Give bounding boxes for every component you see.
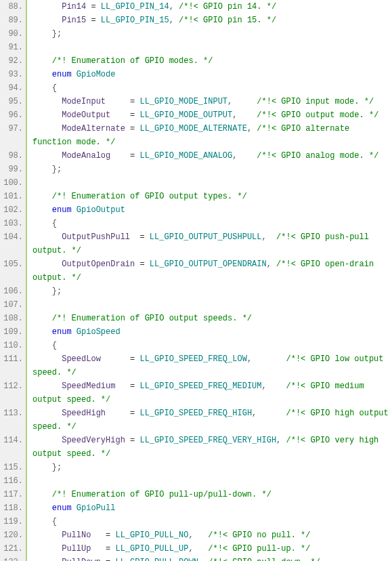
line-number: 102. xyxy=(0,203,26,217)
code-line: 116. xyxy=(0,474,392,488)
line-content[interactable]: { xyxy=(26,81,392,95)
line-number: 109. xyxy=(0,325,26,339)
line-content[interactable]: /*! Enumeration of GPIO pull-up/pull-dow… xyxy=(26,488,392,501)
line-number: 99. xyxy=(0,163,26,176)
code-line: 119. { xyxy=(0,515,392,528)
line-content[interactable] xyxy=(26,474,392,488)
code-line: 108. /*! Enumeration of GPIO output spee… xyxy=(0,312,392,325)
line-number: 90. xyxy=(0,27,26,41)
code-line: 115. }; xyxy=(0,461,392,474)
line-content[interactable]: enum GpioMode xyxy=(26,68,392,81)
line-number: 92. xyxy=(0,54,26,68)
line-content[interactable]: ModeInput = LL_GPIO_MODE_INPUT, /*!< GPI… xyxy=(26,95,392,108)
line-content[interactable]: PullUp = LL_GPIO_PULL_UP, /*!< GPIO pull… xyxy=(26,542,392,556)
line-content[interactable]: PullNo = LL_GPIO_PULL_NO, /*!< GPIO no p… xyxy=(26,528,392,542)
code-line: 120. PullNo = LL_GPIO_PULL_NO, /*!< GPIO… xyxy=(0,528,392,542)
code-line: 91. xyxy=(0,41,392,54)
code-line: 105. OutputOpenDrain = LL_GPIO_OUTPUT_OP… xyxy=(0,257,392,285)
line-content[interactable] xyxy=(26,176,392,190)
line-number: 118. xyxy=(0,501,26,515)
line-number: 121. xyxy=(0,542,26,556)
line-number: 112. xyxy=(0,379,26,407)
line-number: 89. xyxy=(0,14,26,27)
line-number: 98. xyxy=(0,149,26,163)
code-line: 110. { xyxy=(0,339,392,352)
line-number: 91. xyxy=(0,41,26,54)
line-content[interactable]: { xyxy=(26,339,392,352)
code-line: 118. enum GpioPull xyxy=(0,501,392,515)
line-number: 108. xyxy=(0,312,26,325)
code-line: 99. }; xyxy=(0,163,392,176)
line-content[interactable]: ModeOutput = LL_GPIO_MODE_OUTPUT, /*!< G… xyxy=(26,108,392,122)
line-content[interactable]: /*! Enumeration of GPIO modes. */ xyxy=(26,54,392,68)
line-content[interactable]: enum GpioOutput xyxy=(26,203,392,217)
code-line: 92. /*! Enumeration of GPIO modes. */ xyxy=(0,54,392,68)
line-number: 111. xyxy=(0,352,26,379)
code-line: 114. SpeedVeryHigh = LL_GPIO_SPEED_FREQ_… xyxy=(0,434,392,461)
line-content[interactable]: enum GpioSpeed xyxy=(26,325,392,339)
line-number: 103. xyxy=(0,217,26,230)
line-number: 117. xyxy=(0,488,26,501)
line-number: 96. xyxy=(0,108,26,122)
line-content[interactable]: OutputPushPull = LL_GPIO_OUTPUT_PUSHPULL… xyxy=(26,230,392,257)
line-number: 116. xyxy=(0,474,26,488)
code-line: 106. }; xyxy=(0,285,392,298)
code-line: 101. /*! Enumeration of GPIO output type… xyxy=(0,190,392,203)
line-content[interactable]: /*! Enumeration of GPIO output speeds. *… xyxy=(26,312,392,325)
code-line: 117. /*! Enumeration of GPIO pull-up/pul… xyxy=(0,488,392,501)
code-line: 93. enum GpioMode xyxy=(0,68,392,81)
line-content[interactable]: }; xyxy=(26,27,392,41)
code-line: 104. OutputPushPull = LL_GPIO_OUTPUT_PUS… xyxy=(0,230,392,257)
code-line: 98. ModeAnalog = LL_GPIO_MODE_ANALOG, /*… xyxy=(0,149,392,163)
code-line: 122. PullDown = LL_GPIO_PULL_DOWN, /*!< … xyxy=(0,556,392,561)
line-number: 104. xyxy=(0,230,26,257)
line-number: 106. xyxy=(0,285,26,298)
code-line: 109. enum GpioSpeed xyxy=(0,325,392,339)
code-line: 107. xyxy=(0,298,392,312)
line-content[interactable]: ModeAnalog = LL_GPIO_MODE_ANALOG, /*!< G… xyxy=(26,149,392,163)
code-line: 121. PullUp = LL_GPIO_PULL_UP, /*!< GPIO… xyxy=(0,542,392,556)
line-content[interactable]: Pin15 = LL_GPIO_PIN_15, /*!< GPIO pin 15… xyxy=(26,14,392,27)
line-number: 119. xyxy=(0,515,26,528)
line-number: 114. xyxy=(0,434,26,461)
line-number: 113. xyxy=(0,407,26,434)
line-number: 100. xyxy=(0,176,26,190)
code-line: 96. ModeOutput = LL_GPIO_MODE_OUTPUT, /*… xyxy=(0,108,392,122)
line-number: 97. xyxy=(0,122,26,149)
line-content[interactable]: SpeedLow = LL_GPIO_SPEED_FREQ_LOW, /*!< … xyxy=(26,352,392,379)
line-number: 107. xyxy=(0,298,26,312)
code-listing: 88. Pin14 = LL_GPIO_PIN_14, /*!< GPIO pi… xyxy=(0,0,392,561)
code-line: 94. { xyxy=(0,81,392,95)
line-number: 110. xyxy=(0,339,26,352)
code-line: 100. xyxy=(0,176,392,190)
code-line: 112. SpeedMedium = LL_GPIO_SPEED_FREQ_ME… xyxy=(0,379,392,407)
line-content[interactable] xyxy=(26,41,392,54)
line-content[interactable]: }; xyxy=(26,461,392,474)
line-content[interactable]: ModeAlternate = LL_GPIO_MODE_ALTERNATE, … xyxy=(26,122,392,149)
line-content[interactable]: enum GpioPull xyxy=(26,501,392,515)
line-content[interactable]: { xyxy=(26,515,392,528)
line-number: 120. xyxy=(0,528,26,542)
line-content[interactable]: Pin14 = LL_GPIO_PIN_14, /*!< GPIO pin 14… xyxy=(26,0,392,14)
line-content[interactable]: }; xyxy=(26,163,392,176)
code-line: 97. ModeAlternate = LL_GPIO_MODE_ALTERNA… xyxy=(0,122,392,149)
code-line: 113. SpeedHigh = LL_GPIO_SPEED_FREQ_HIGH… xyxy=(0,407,392,434)
line-content[interactable]: SpeedHigh = LL_GPIO_SPEED_FREQ_HIGH, /*!… xyxy=(26,407,392,434)
line-content[interactable] xyxy=(26,298,392,312)
line-content[interactable]: /*! Enumeration of GPIO output types. */ xyxy=(26,190,392,203)
line-number: 94. xyxy=(0,81,26,95)
line-number: 105. xyxy=(0,257,26,285)
line-content[interactable]: OutputOpenDrain = LL_GPIO_OUTPUT_OPENDRA… xyxy=(26,257,392,285)
line-content[interactable]: }; xyxy=(26,285,392,298)
line-number: 95. xyxy=(0,95,26,108)
code-line: 89. Pin15 = LL_GPIO_PIN_15, /*!< GPIO pi… xyxy=(0,14,392,27)
line-content[interactable]: PullDown = LL_GPIO_PULL_DOWN, /*!< GPIO … xyxy=(26,556,392,561)
line-content[interactable]: { xyxy=(26,217,392,230)
line-number: 101. xyxy=(0,190,26,203)
code-line: 95. ModeInput = LL_GPIO_MODE_INPUT, /*!<… xyxy=(0,95,392,108)
code-line: 90. }; xyxy=(0,27,392,41)
line-content[interactable]: SpeedVeryHigh = LL_GPIO_SPEED_FREQ_VERY_… xyxy=(26,434,392,461)
code-line: 88. Pin14 = LL_GPIO_PIN_14, /*!< GPIO pi… xyxy=(0,0,392,14)
code-line: 103. { xyxy=(0,217,392,230)
line-content[interactable]: SpeedMedium = LL_GPIO_SPEED_FREQ_MEDIUM,… xyxy=(26,379,392,407)
